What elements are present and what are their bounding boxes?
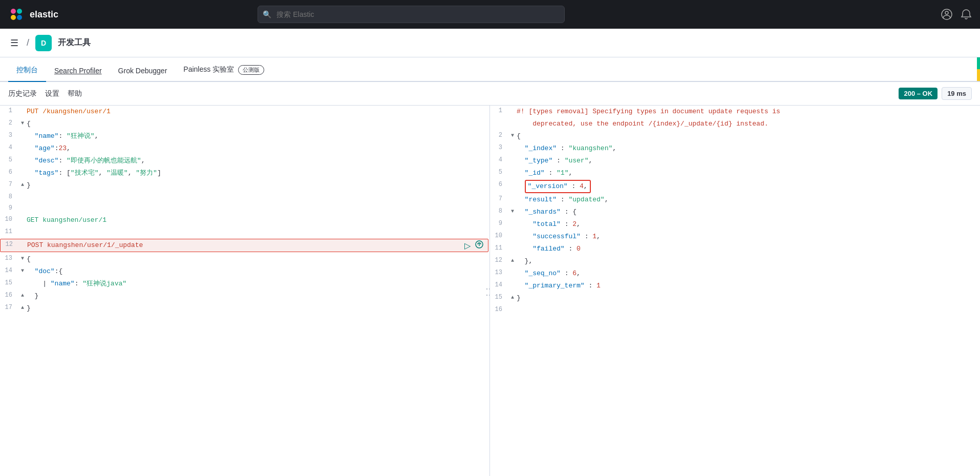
line-content: {: [27, 118, 489, 130]
line-number: 6: [490, 180, 508, 188]
fold-icon: [508, 118, 517, 120]
line-number: 12: [1, 240, 19, 248]
line-number: 11: [0, 227, 18, 235]
line-number: 5: [0, 155, 18, 163]
line-actions: ▷: [464, 240, 488, 251]
line-number: 8: [490, 206, 508, 215]
toolbar: 历史记录 设置 帮助 200 – OK 19 ms: [0, 82, 980, 106]
line-content: "_seq_no" : 6,: [517, 268, 980, 279]
editor-line: 3 "name": "狂神说",: [0, 130, 489, 142]
line-number: 9: [0, 203, 18, 212]
line-content: #! [types removal] Specifying types in d…: [517, 106, 980, 117]
fold-icon: [18, 106, 27, 108]
fold-icon[interactable]: ▲: [508, 293, 517, 300]
tab-console[interactable]: 控制台: [8, 66, 46, 82]
global-search-input[interactable]: [258, 6, 565, 23]
line-content: "_index" : "kuangshen",: [517, 143, 980, 154]
line-content: }: [27, 180, 489, 191]
response-line: 1 #! [types removal] Specifying types in…: [490, 106, 980, 118]
fold-icon[interactable]: ▼: [508, 131, 517, 138]
response-line: 2 ▼ {: [490, 130, 980, 142]
panel-resize-handle[interactable]: ⋮⋮: [486, 106, 490, 476]
fold-icon: [508, 231, 517, 233]
line-number: 15: [490, 293, 508, 301]
elastic-logo[interactable]: elastic: [8, 6, 58, 23]
line-content: PUT /kuangshen/user/1: [27, 106, 489, 117]
app-title: 开发工具: [58, 37, 91, 48]
line-number: 5: [490, 168, 508, 176]
response-line: 3 "_index" : "kuangshen",: [490, 142, 980, 155]
fold-icon[interactable]: ▼: [18, 266, 27, 274]
hamburger-button[interactable]: ☰: [8, 35, 20, 51]
fold-icon[interactable]: ▼: [18, 254, 27, 261]
run-button[interactable]: ▷: [464, 241, 471, 251]
tab-painless[interactable]: Painless 实验室 公测版: [175, 65, 272, 82]
line-content: "doc":{: [27, 266, 489, 277]
editor-line: 2 ▼ {: [0, 118, 489, 130]
editor-area[interactable]: 1 PUT /kuangshen/user/1 2 ▼ { 3 "name": …: [0, 106, 489, 476]
fold-icon: [508, 219, 517, 221]
editor-line: 5 "desc": "即使再小的帆也能远航",: [0, 155, 489, 167]
line-number: 9: [490, 219, 508, 227]
fold-icon: [508, 280, 517, 282]
line-content: }: [27, 303, 489, 314]
response-line: 6 "_version" : 4,: [490, 179, 980, 194]
copy-button[interactable]: [475, 240, 484, 251]
editor-line-highlighted: 12 POST kuangshen/user/1/_update ▷: [0, 239, 488, 252]
fold-icon: [508, 155, 517, 157]
line-content: "failed" : 0: [517, 243, 980, 255]
fold-icon[interactable]: ▲: [18, 180, 27, 188]
fold-icon: [18, 192, 27, 194]
help-button[interactable]: 帮助: [68, 89, 82, 98]
line-number: 14: [0, 266, 18, 274]
fold-icon[interactable]: ▼: [18, 118, 27, 126]
app-icon: D: [35, 35, 52, 51]
svg-point-2: [11, 15, 16, 20]
response-line: 9 "total" : 2,: [490, 218, 980, 231]
editor-line: 6 "tags": ["技术宅", "温暖", "努力"]: [0, 167, 489, 179]
response-line: 14 "_primary_term" : 1: [490, 280, 980, 292]
fold-icon: [18, 155, 27, 157]
line-content: "result" : "updated",: [517, 194, 980, 205]
response-line: 15 ▲ }: [490, 292, 980, 304]
response-line: 5 "_id" : "1",: [490, 167, 980, 179]
settings-button[interactable]: 设置: [45, 89, 59, 98]
user-icon[interactable]: [941, 9, 952, 20]
fold-icon[interactable]: ▲: [18, 303, 27, 311]
editor-line: 7 ▲ }: [0, 179, 489, 192]
line-number: 4: [0, 143, 18, 151]
search-icon: 🔍: [263, 10, 271, 18]
response-line: deprecated, use the endpoint /{index}/_u…: [490, 118, 980, 130]
fold-icon[interactable]: ▲: [18, 291, 27, 298]
editor-line: 4 "age":23,: [0, 142, 489, 155]
tab-search-profiler[interactable]: Search Profiler: [46, 67, 110, 82]
line-content: deprecated, use the endpoint /{index}/_u…: [517, 118, 980, 130]
line-number: 11: [490, 243, 508, 252]
history-button[interactable]: 历史记录: [8, 89, 37, 98]
toolbar-right: 200 – OK 19 ms: [899, 87, 972, 100]
line-number: 2: [0, 118, 18, 127]
fold-icon: [18, 215, 27, 217]
sub-header: ☰ / D 开发工具: [0, 29, 980, 57]
line-content: "desc": "即使再小的帆也能远航",: [27, 155, 489, 167]
editor-line: 13 ▼ {: [0, 253, 489, 265]
fold-icon[interactable]: ▲: [508, 256, 517, 263]
response-line: 4 "_type" : "user",: [490, 155, 980, 167]
line-number: 8: [0, 192, 18, 200]
editor-line: 1 PUT /kuangshen/user/1: [0, 106, 489, 118]
line-number: 16: [0, 291, 18, 299]
line-number: 14: [490, 280, 508, 288]
notifications-icon[interactable]: [961, 9, 972, 20]
editor-line: 17 ▲ }: [0, 302, 489, 315]
svg-point-0: [11, 9, 16, 14]
line-content: {: [517, 131, 980, 142]
fold-icon: [508, 106, 517, 108]
line-number: 3: [0, 131, 18, 139]
fold-icon[interactable]: ▼: [508, 206, 517, 214]
tab-grok-debugger[interactable]: Grok Debugger: [110, 67, 176, 82]
response-line: 16: [490, 304, 980, 316]
editor-line: 16 ▲ }: [0, 290, 489, 302]
tabs-right-indicator: [977, 57, 980, 81]
line-content: }: [517, 293, 980, 304]
fold-icon: [508, 180, 517, 182]
